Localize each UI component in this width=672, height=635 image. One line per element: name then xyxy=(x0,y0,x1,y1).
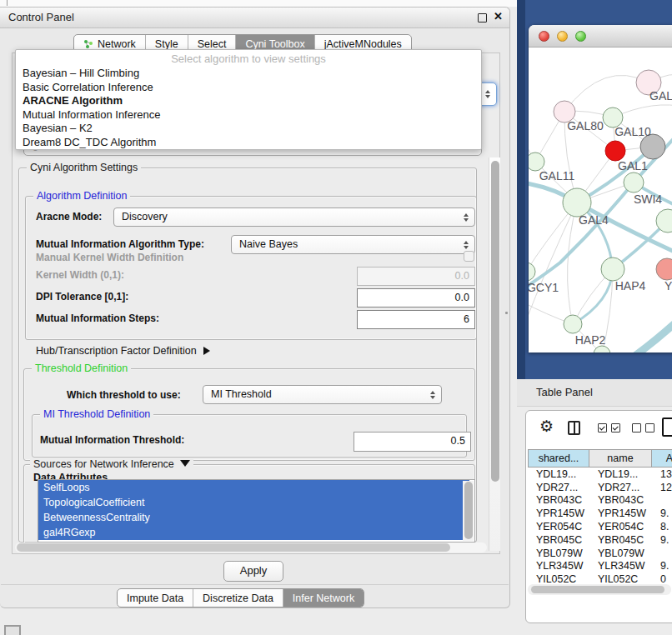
node[interactable] xyxy=(594,346,610,352)
table-row[interactable]: YDL19...YDL19...13 xyxy=(529,468,672,481)
float-window-icon[interactable] xyxy=(478,13,487,22)
column-header-name[interactable]: name xyxy=(589,449,652,468)
table-row[interactable]: YDR27...YDR27...12 xyxy=(529,481,672,494)
node-hap2[interactable] xyxy=(564,315,582,333)
mi-threshold-label: Mutual Information Threshold: xyxy=(40,434,184,446)
minimized-window-icon[interactable] xyxy=(4,625,21,635)
hide-columns-icon[interactable] xyxy=(632,423,654,432)
dropdown-item[interactable]: Dream8 DC_TDC Algorithm xyxy=(16,136,481,150)
export-table-icon[interactable] xyxy=(662,418,672,437)
list-item[interactable]: SelfLoops xyxy=(38,480,469,495)
tab-impute-data[interactable]: Impute Data xyxy=(118,589,193,607)
node-gal4[interactable] xyxy=(563,188,591,217)
node-label: GAL xyxy=(649,89,672,102)
cell: 12 xyxy=(653,482,672,493)
close-icon[interactable]: ✕ xyxy=(494,10,503,22)
node[interactable] xyxy=(656,258,672,280)
scrollbar-thumb[interactable] xyxy=(531,586,664,593)
cell: YLR345W xyxy=(590,560,653,572)
control-panel-titlebar: Control Panel ✕ xyxy=(0,8,509,28)
dropdown-item[interactable]: Bayesian – Hill Climbing xyxy=(16,67,481,81)
node-gal11[interactable] xyxy=(529,152,544,171)
network-canvas[interactable]: GAL80 GAL10 GAL1 GAL11 SWI4 GAL4 HAP4 HA… xyxy=(529,48,672,352)
cell: YDR27... xyxy=(529,482,590,493)
cell: 8. xyxy=(653,521,672,532)
node-gcy1[interactable] xyxy=(529,262,535,281)
table-horizontal-scrollbar[interactable] xyxy=(528,584,671,595)
tab-label: Network xyxy=(98,38,136,50)
tab-discretize-data[interactable]: Discretize Data xyxy=(193,589,283,607)
cell: YBL079W xyxy=(590,548,653,559)
table-panel-header: Table Panel xyxy=(517,379,672,407)
splitter-handle[interactable] xyxy=(505,312,508,314)
mi-type-label: Mutual Information Algorithm Type: xyxy=(36,238,204,250)
network-window: GAL80 GAL10 GAL1 GAL11 SWI4 GAL4 HAP4 HA… xyxy=(529,25,672,352)
table-row[interactable]: YBL079WYBL079W xyxy=(529,547,672,560)
mi-steps-label: Mutual Information Steps: xyxy=(36,312,159,324)
mi-type-combo[interactable]: Naive Bayes xyxy=(231,235,475,254)
close-traffic-light[interactable] xyxy=(539,31,549,42)
table-row[interactable]: YPR145WYPR145W9. xyxy=(529,507,672,520)
kernel-width-field[interactable]: 0.0 xyxy=(357,267,475,286)
tab-label: Discretize Data xyxy=(203,592,273,604)
hub-expander[interactable]: Hub/Transcription Factor Definition xyxy=(36,345,210,357)
stepper-icon xyxy=(464,241,469,249)
list-item[interactable]: gal4RGexp xyxy=(38,525,469,540)
node-gal1-selected[interactable] xyxy=(605,141,625,161)
cell: 9. xyxy=(653,560,672,572)
cell: 9. xyxy=(653,508,672,519)
table-panel-title: Table Panel xyxy=(536,386,593,398)
list-vertical-scrollbar[interactable] xyxy=(463,481,474,541)
table-row[interactable]: YLR345WYLR345W9. xyxy=(529,560,672,573)
which-threshold-value: MI Threshold xyxy=(211,388,272,400)
dpi-tolerance-field[interactable]: 0.0 xyxy=(357,288,475,308)
group-title: Threshold Definition xyxy=(32,362,131,374)
cell: 9. xyxy=(653,534,672,546)
node-label: HAP2 xyxy=(575,333,606,347)
list-item[interactable]: BetweennessCentrality xyxy=(38,510,469,525)
table-row[interactable]: YBR045CYBR045C9. xyxy=(529,533,672,547)
show-columns-icon[interactable] xyxy=(598,423,620,432)
tab-label: Select xyxy=(198,38,227,50)
gear-icon[interactable]: ⚙ xyxy=(539,418,554,434)
scrollbar-thumb[interactable] xyxy=(491,161,499,482)
dropdown-item[interactable]: Basic Correlation Inference xyxy=(16,81,481,95)
table-row[interactable]: YBR043CYBR043C xyxy=(529,494,672,508)
tab-label: Impute Data xyxy=(127,592,183,604)
table-body: YDL19...YDL19...13 YDR27...YDR27...12 YB… xyxy=(529,468,672,586)
column-header-shared-name[interactable]: shared... xyxy=(528,449,589,468)
minimize-traffic-light[interactable] xyxy=(557,31,568,42)
list-item[interactable]: TopologicalCoefficient xyxy=(38,495,469,510)
panel-inset-shadow xyxy=(517,0,525,379)
which-threshold-label: Which threshold to use: xyxy=(67,389,181,401)
column-layout-icon[interactable] xyxy=(568,421,580,435)
settings-horizontal-scrollbar[interactable] xyxy=(15,542,487,552)
sources-expander[interactable]: Sources for Network Inference xyxy=(30,458,193,470)
manual-kernel-checkbox[interactable] xyxy=(464,251,474,262)
mi-threshold-field[interactable]: 0.5 xyxy=(354,432,471,452)
aracne-mode-combo[interactable]: Discovery xyxy=(113,208,475,227)
aracne-mode-label: Aracne Mode: xyxy=(36,211,102,222)
group-title: MI Threshold Definition xyxy=(40,408,153,420)
kernel-width-label: Kernel Width (0,1): xyxy=(36,269,124,281)
dropdown-item-selected[interactable]: ARACNE Algorithm xyxy=(16,94,481,108)
which-threshold-combo[interactable]: MI Threshold xyxy=(203,385,442,404)
dropdown-item[interactable]: Bayesian – K2 xyxy=(16,122,481,136)
tab-infer-network[interactable]: Infer Network xyxy=(283,589,364,607)
node-swi4[interactable] xyxy=(624,172,644,192)
apply-button[interactable]: Apply xyxy=(223,561,283,582)
cell: YER054C xyxy=(529,521,590,532)
settings-vertical-scrollbar[interactable] xyxy=(489,158,500,551)
panel-title: Control Panel xyxy=(8,11,74,23)
zoom-traffic-light[interactable] xyxy=(575,31,586,42)
mi-steps-field[interactable]: 6 xyxy=(357,310,475,329)
cell: YLR345W xyxy=(529,560,590,572)
manual-kernel-label: Manual Kernel Width Definition xyxy=(36,252,183,263)
node-hap4[interactable] xyxy=(601,258,624,281)
table-row[interactable]: YER054CYER054C8. xyxy=(529,520,672,533)
node-label: GCY1 xyxy=(529,281,559,294)
scrollbar-thumb[interactable] xyxy=(17,543,450,552)
expander-right-icon xyxy=(203,347,210,355)
dropdown-item[interactable]: Mutual Information Inference xyxy=(16,108,481,122)
column-header[interactable]: A xyxy=(651,449,672,468)
